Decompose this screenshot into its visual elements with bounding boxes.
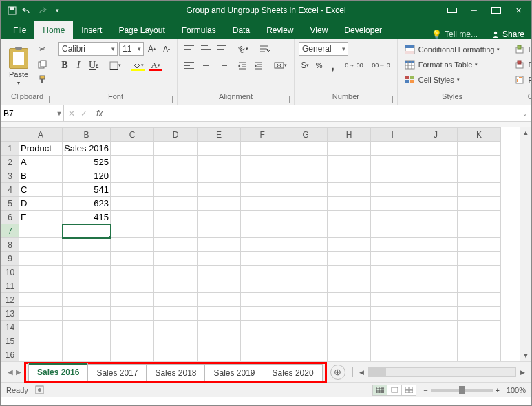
row-header[interactable]: 3 xyxy=(1,169,19,183)
fill-color-button[interactable]: ▾ xyxy=(129,58,147,72)
column-header[interactable]: G xyxy=(284,128,328,142)
cell[interactable] xyxy=(328,224,371,238)
row-header[interactable]: 14 xyxy=(1,321,19,334)
comma-format-button[interactable]: , xyxy=(327,58,339,72)
column-header[interactable]: I xyxy=(371,128,414,142)
cell[interactable] xyxy=(328,266,371,279)
cell[interactable] xyxy=(198,156,241,169)
paste-button[interactable]: Paste ▾ xyxy=(5,42,32,92)
undo-icon[interactable] xyxy=(21,5,32,16)
cell[interactable] xyxy=(198,279,241,293)
column-header[interactable]: K xyxy=(458,128,501,142)
ribbon-tab-formulas[interactable]: Formulas xyxy=(173,21,224,39)
ribbon-tab-home[interactable]: Home xyxy=(34,21,73,39)
cell[interactable] xyxy=(63,307,111,321)
cell[interactable] xyxy=(328,252,371,266)
cell[interactable] xyxy=(371,279,414,293)
share-button[interactable]: Share xyxy=(485,30,531,39)
row-header[interactable]: 11 xyxy=(1,279,19,293)
cell[interactable] xyxy=(241,307,284,321)
cell[interactable] xyxy=(241,211,284,224)
cell[interactable] xyxy=(284,156,328,169)
cell[interactable] xyxy=(284,348,328,362)
sheet-tab[interactable]: Sales 2019 xyxy=(204,364,264,381)
cell[interactable] xyxy=(414,142,458,156)
increase-decimal-button[interactable]: .0→.00 xyxy=(341,58,366,72)
cell[interactable]: B xyxy=(19,169,63,183)
cell[interactable] xyxy=(63,321,111,334)
cell[interactable] xyxy=(458,224,501,238)
cell[interactable] xyxy=(284,238,328,252)
cell[interactable] xyxy=(414,183,458,197)
cell[interactable] xyxy=(198,183,241,197)
cell[interactable] xyxy=(19,266,63,279)
column-header[interactable]: E xyxy=(198,128,241,142)
row-header[interactable]: 10 xyxy=(1,266,19,279)
cell[interactable] xyxy=(198,266,241,279)
cell[interactable] xyxy=(63,266,111,279)
cell[interactable] xyxy=(284,252,328,266)
save-icon[interactable] xyxy=(6,5,17,16)
cell[interactable] xyxy=(154,169,198,183)
minimize-button[interactable]: ─ xyxy=(464,3,485,18)
cell[interactable] xyxy=(284,334,328,348)
ribbon-tab-view[interactable]: View xyxy=(302,21,337,39)
cell[interactable] xyxy=(19,224,63,238)
cell[interactable] xyxy=(154,197,198,211)
cell[interactable] xyxy=(111,307,154,321)
cell[interactable] xyxy=(328,169,371,183)
cell[interactable] xyxy=(63,279,111,293)
cell[interactable] xyxy=(154,293,198,307)
cell[interactable] xyxy=(154,142,198,156)
cell[interactable] xyxy=(111,197,154,211)
column-header[interactable]: H xyxy=(328,128,371,142)
cell[interactable] xyxy=(328,197,371,211)
cell[interactable] xyxy=(241,238,284,252)
decrease-decimal-button[interactable]: .00→.0 xyxy=(368,58,393,72)
zoom-slider[interactable] xyxy=(431,389,493,392)
cell[interactable] xyxy=(414,156,458,169)
cell[interactable]: 525 xyxy=(63,156,111,169)
scroll-up-icon[interactable]: ▲ xyxy=(523,127,529,138)
cell[interactable] xyxy=(414,293,458,307)
cell[interactable] xyxy=(414,266,458,279)
cell[interactable] xyxy=(414,197,458,211)
zoom-level[interactable]: 100% xyxy=(502,386,526,394)
cell[interactable] xyxy=(63,348,111,362)
row-header[interactable]: 2 xyxy=(1,156,19,169)
cell[interactable] xyxy=(284,293,328,307)
align-left-button[interactable] xyxy=(182,58,197,72)
cell[interactable] xyxy=(198,142,241,156)
cell[interactable] xyxy=(154,321,198,334)
cell[interactable] xyxy=(371,321,414,334)
fx-icon[interactable]: fx xyxy=(92,105,107,121)
ribbon-tab-data[interactable]: Data xyxy=(224,21,258,39)
font-name-select[interactable]: Calibri xyxy=(58,42,118,56)
cell[interactable] xyxy=(371,266,414,279)
cancel-formula-icon[interactable]: ✕ xyxy=(68,109,75,118)
orientation-button[interactable]: ab▾ xyxy=(235,42,251,56)
formula-bar-expand[interactable]: ⌄ xyxy=(519,105,531,121)
row-header[interactable]: 1 xyxy=(1,142,19,156)
row-header[interactable]: 12 xyxy=(1,293,19,307)
cell[interactable] xyxy=(19,334,63,348)
cell[interactable] xyxy=(198,321,241,334)
cell[interactable] xyxy=(241,266,284,279)
copy-button[interactable] xyxy=(35,57,50,71)
cell[interactable] xyxy=(284,279,328,293)
bold-button[interactable]: B xyxy=(58,58,71,72)
align-right-button[interactable] xyxy=(215,58,230,72)
cell[interactable] xyxy=(414,252,458,266)
close-button[interactable]: ✕ xyxy=(508,3,529,18)
row-header[interactable]: 16 xyxy=(1,348,19,362)
cell-styles-button[interactable]: Cell Styles▾ xyxy=(402,72,503,87)
cell[interactable] xyxy=(111,266,154,279)
zoom-out-button[interactable]: − xyxy=(423,386,427,394)
ribbon-tab-file[interactable]: File xyxy=(5,21,34,39)
cell[interactable] xyxy=(328,279,371,293)
cell[interactable] xyxy=(284,211,328,224)
cell[interactable] xyxy=(154,224,198,238)
cell[interactable] xyxy=(198,197,241,211)
cell[interactable] xyxy=(458,156,501,169)
cell[interactable] xyxy=(414,224,458,238)
